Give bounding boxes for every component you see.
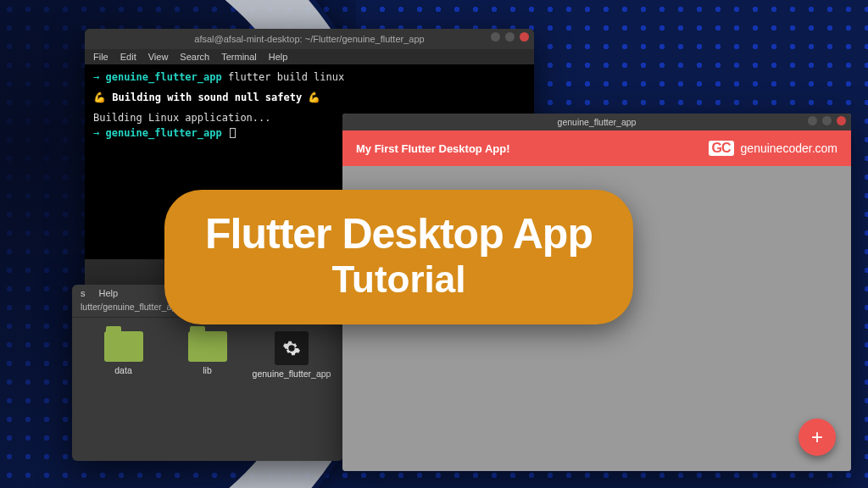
minimize-icon[interactable]: [491, 32, 500, 42]
terminal-menubar: File Edit View Search Terminal Help: [85, 49, 534, 64]
terminal-line-2: 💪 Building with sound null safety 💪: [93, 90, 526, 105]
folder-data[interactable]: data: [92, 331, 154, 379]
folder-icon: [104, 331, 143, 362]
badge-line2: Tutorial: [205, 260, 593, 299]
menu-edit[interactable]: Edit: [120, 52, 136, 62]
terminal-titlebar[interactable]: afsal@afsal-mint-desktop: ~/Flutter/genu…: [85, 29, 534, 49]
terminal-title: afsal@afsal-mint-desktop: ~/Flutter/genu…: [194, 34, 424, 44]
minimize-icon[interactable]: [808, 116, 817, 125]
build-message: Building with sound null safety: [112, 92, 302, 103]
executable-label: genuine_flutter_app: [253, 369, 331, 379]
menu-help[interactable]: Help: [269, 52, 288, 62]
folder-icon: [188, 331, 227, 362]
folder-lib[interactable]: lib: [176, 331, 238, 379]
fab-add-button[interactable]: +: [798, 419, 836, 456]
terminal-cursor-icon: [230, 128, 236, 138]
menu-view[interactable]: View: [148, 52, 169, 62]
gear-icon: [275, 331, 309, 365]
fm-menu-item[interactable]: s: [81, 288, 86, 298]
brand-logo-icon: GC: [709, 141, 734, 156]
plus-icon: +: [811, 425, 823, 449]
prompt-dir: genuine_flutter_app: [105, 71, 221, 83]
flutter-window-title: genuine_flutter_app: [558, 117, 637, 127]
close-icon[interactable]: [837, 116, 846, 125]
executable-app[interactable]: genuine_flutter_app: [260, 331, 323, 379]
prompt-dir: genuine_flutter_app: [105, 127, 221, 139]
flutter-app-title: My First Flutter Desktop App!: [356, 142, 510, 155]
tutorial-badge: Flutter Desktop App Tutorial: [164, 190, 633, 324]
muscle-icon: 💪: [93, 92, 106, 103]
menu-file[interactable]: File: [93, 52, 108, 62]
flutter-appbar: My First Flutter Desktop App! GC genuine…: [342, 130, 851, 166]
muscle-icon: 💪: [308, 92, 320, 103]
fm-menu-help[interactable]: Help: [99, 288, 119, 298]
terminal-command: flutter build linux: [228, 71, 344, 83]
maximize-icon[interactable]: [505, 32, 515, 42]
maximize-icon[interactable]: [822, 116, 832, 125]
flutter-titlebar[interactable]: genuine_flutter_app: [342, 114, 851, 130]
file-manager-files: data lib genuine_flutter_app: [72, 318, 343, 413]
menu-search[interactable]: Search: [180, 52, 209, 62]
brand-block: GC genuinecoder.com: [709, 141, 837, 156]
terminal-line-1: → genuine_flutter_app flutter build linu…: [93, 69, 526, 85]
close-icon[interactable]: [520, 32, 529, 42]
folder-label: lib: [203, 365, 212, 375]
folder-label: data: [114, 365, 131, 375]
menu-terminal[interactable]: Terminal: [221, 52, 257, 62]
brand-text: genuinecoder.com: [741, 141, 837, 155]
badge-line1: Flutter Desktop App: [205, 212, 593, 257]
